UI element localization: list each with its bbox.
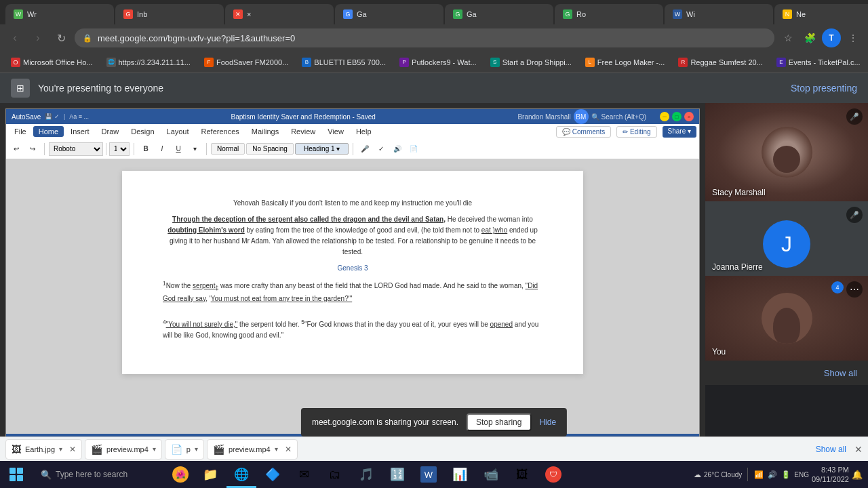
download-close-4[interactable]: ✕ — [285, 445, 292, 454]
word-italic-btn[interactable]: I — [155, 142, 170, 157]
close-download-bar-btn[interactable]: ✕ — [854, 444, 863, 455]
word-view-menu[interactable]: View — [322, 126, 349, 137]
reload-button[interactable]: ↻ — [52, 28, 71, 47]
taskbar-media[interactable]: 🎵 — [351, 461, 381, 488]
taskbar-antivirus[interactable]: 🛡 — [538, 461, 568, 488]
word-ribbon: File Home Insert Draw Design Layout Refe… — [6, 124, 699, 160]
word-minimize-btn[interactable]: ─ — [660, 112, 669, 121]
taskbar-word[interactable]: W — [414, 461, 443, 488]
stop-presenting-button[interactable]: Stop presenting — [791, 83, 857, 94]
word-file-menu[interactable]: File — [9, 126, 32, 137]
bookmark-office[interactable]: O Microsoft Office Ho... — [5, 56, 98, 69]
show-all-bar: Show all — [705, 361, 868, 385]
user-profile-btn[interactable]: T — [822, 28, 841, 47]
word-draw-menu[interactable]: Draw — [96, 126, 125, 137]
taskbar-search-placeholder: Type here to search — [56, 470, 127, 479]
start-button[interactable] — [0, 461, 33, 488]
taskbar-edge[interactable]: 🔷 — [258, 461, 288, 488]
browser-tab-1[interactable]: W Wr — [5, 4, 114, 24]
notification-btn[interactable]: 🔔 — [852, 469, 863, 480]
tray-battery-icon[interactable]: 🔋 — [781, 469, 791, 480]
browser-tab-8[interactable]: N Ne — [774, 4, 868, 24]
show-all-link[interactable]: Show all — [824, 368, 857, 378]
word-insert-menu[interactable]: Insert — [65, 126, 95, 137]
bookmark-reggae[interactable]: R Reggae Sumfest 20... — [673, 56, 768, 69]
word-style-no-spacing[interactable]: No Spacing — [246, 143, 294, 155]
taskbar-photos[interactable]: 🖼 — [507, 461, 537, 488]
stop-sharing-button[interactable]: Stop sharing — [467, 413, 531, 431]
download-close-1[interactable]: ✕ — [69, 445, 76, 454]
word-font-size-select[interactable]: 11 — [109, 142, 130, 156]
url-text: meet.google.com/bgm-uxfv-yue?pli=1&authu… — [98, 33, 766, 43]
tray-icon-weather[interactable]: ☁ — [692, 469, 703, 480]
word-home-menu[interactable]: Home — [33, 126, 64, 137]
bookmark-logo[interactable]: L Free Logo Maker -... — [580, 56, 671, 69]
address-bar[interactable]: 🔒 meet.google.com/bgm-uxfv-yue?pli=1&aut… — [75, 28, 774, 47]
browser-tab-5[interactable]: G Ga — [445, 4, 553, 24]
participant-options-you[interactable]: ⋯ — [846, 281, 863, 298]
word-share-btn[interactable]: Share ▾ — [663, 126, 696, 138]
word-voice-btn[interactable]: 🔊 — [390, 142, 405, 157]
browser-tab-6[interactable]: G Ro — [555, 4, 663, 24]
word-bold-btn[interactable]: B — [138, 142, 153, 157]
bookmark-putlocker[interactable]: P Putlockers9 - Wat... — [394, 56, 482, 69]
participant-badge-you: 4 — [831, 281, 844, 293]
tray-volume-icon[interactable]: 🔊 — [767, 469, 778, 480]
download-chevron-2[interactable]: ▾ — [153, 445, 156, 453]
word-maximize-btn[interactable]: □ — [672, 112, 682, 121]
taskbar-excel[interactable]: 📊 — [445, 461, 475, 488]
download-chevron-1[interactable]: ▾ — [59, 445, 62, 453]
taskbar-file-explorer[interactable]: 📁 — [195, 461, 225, 488]
bookmark-url[interactable]: 🌐 https://3.234.211.11... — [101, 56, 196, 69]
bookmark-food[interactable]: F FoodSaver FM2000... — [199, 56, 294, 69]
taskbar-cortana-btn[interactable]: 🌺 — [168, 461, 193, 488]
word-review-menu[interactable]: Review — [285, 126, 321, 137]
word-editor-btn[interactable]: ✓ — [374, 142, 389, 157]
word-dictate-btn[interactable]: 🎤 — [357, 142, 372, 157]
bookmark-star-btn[interactable]: ☆ — [778, 28, 797, 47]
bookmark-drop[interactable]: S Start a Drop Shippi... — [485, 56, 577, 69]
taskbar-calc[interactable]: 🔢 — [382, 461, 412, 488]
word-font-select[interactable]: Roboto — [49, 142, 103, 156]
word-design-menu[interactable]: Design — [125, 126, 159, 137]
word-mailings-menu[interactable]: Mailings — [246, 126, 284, 137]
back-button[interactable]: ‹ — [5, 28, 24, 47]
word-redo-btn[interactable]: ↪ — [25, 142, 40, 157]
word-comments-btn[interactable]: 💬 Comments — [556, 126, 611, 138]
taskbar-search-box[interactable]: 🔍 Type here to search — [33, 461, 168, 488]
word-layout-menu[interactable]: Layout — [161, 126, 195, 137]
word-style-normal[interactable]: Normal — [211, 143, 245, 155]
word-help-menu[interactable]: Help — [351, 126, 377, 137]
word-underline-btn[interactable]: U — [171, 142, 186, 157]
forward-button[interactable]: › — [28, 28, 47, 47]
download-name-2: preview.mp4 — [106, 445, 149, 453]
word-document: Yehovah Basically if you don't listen to… — [122, 171, 583, 374]
taskbar-right-section: ☁ 26°C Cloudy 📶 🔊 🔋 ENG 8:43 PM 09/11/20… — [686, 461, 868, 488]
participants-sidebar: 🎤 Stacy Marshall J 🎤 Joanna Pierre 4 ⋯ Y… — [705, 103, 868, 464]
word-more-btn[interactable]: ▾ — [187, 142, 202, 157]
word-editing-btn[interactable]: ✏ Editing — [616, 126, 656, 138]
word-style-heading1[interactable]: Heading 1 ▾ — [295, 143, 349, 155]
menu-btn[interactable]: ⋮ — [844, 28, 863, 47]
bookmark-bluetti[interactable]: B BLUETTI EB55 700... — [296, 56, 391, 69]
download-chevron-3[interactable]: ▾ — [195, 445, 198, 453]
bookmark-events[interactable]: E Events - TicketPal.c... — [771, 56, 866, 69]
extensions-btn[interactable]: 🧩 — [800, 28, 819, 47]
browser-tabs-bar: W Wr G Inb ✕ × G Ga G Ga G Ro W Wi N Ne — [0, 0, 868, 24]
tray-network-icon[interactable]: 📶 — [753, 469, 764, 480]
word-references-menu[interactable]: References — [196, 126, 245, 137]
download-chevron-4[interactable]: ▾ — [275, 445, 278, 453]
browser-tab-2[interactable]: G Inb — [115, 4, 224, 24]
hide-button[interactable]: Hide — [539, 418, 556, 427]
show-all-downloads-link[interactable]: Show all — [816, 445, 846, 454]
browser-tab-4[interactable]: G Ga — [335, 4, 443, 24]
taskbar-teams[interactable]: 📹 — [476, 461, 506, 488]
word-undo-btn[interactable]: ↩ — [9, 142, 24, 157]
taskbar-mail[interactable]: ✉ — [289, 461, 319, 488]
taskbar-files[interactable]: 🗂 — [320, 461, 350, 488]
browser-tab-3[interactable]: ✕ × — [225, 4, 334, 24]
browser-tab-7[interactable]: W Wi — [665, 4, 773, 24]
taskbar-chrome[interactable]: 🌐 — [226, 461, 256, 488]
word-close-btn[interactable]: × — [684, 112, 694, 121]
word-reuse-btn[interactable]: 📄 — [406, 142, 421, 157]
